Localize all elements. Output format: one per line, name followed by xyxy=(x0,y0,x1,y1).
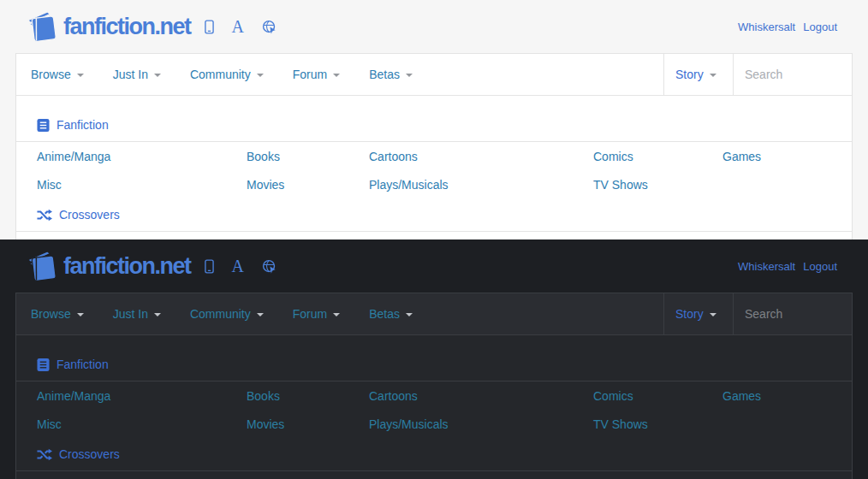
font-size-icon[interactable]: A xyxy=(232,18,244,35)
nav-item-browse[interactable]: Browse xyxy=(16,54,98,95)
category-comics[interactable]: Comics xyxy=(593,142,633,170)
category-row: Misc Movies Plays/Musicals TV Shows xyxy=(16,170,852,198)
chevron-down-icon xyxy=(333,313,340,316)
nav-item-forum[interactable]: Forum xyxy=(278,293,354,334)
chevron-down-icon xyxy=(406,74,413,77)
category-plays-musicals[interactable]: Plays/Musicals xyxy=(369,170,449,198)
search-type-dropdown[interactable]: Story xyxy=(663,293,734,334)
account-links: Whiskersalt Logout xyxy=(738,21,837,33)
menu-item-crossovers[interactable]: Crossovers xyxy=(16,198,852,232)
search-type-dropdown[interactable]: Story xyxy=(663,54,734,95)
category-tv-shows[interactable]: TV Shows xyxy=(593,410,648,438)
site-logo-text: fanfiction.net xyxy=(63,253,191,280)
category-books[interactable]: Books xyxy=(247,142,280,170)
chevron-down-icon xyxy=(257,74,264,77)
book-lines-icon xyxy=(37,118,50,133)
header-icon-group: A xyxy=(205,257,276,275)
category-movies[interactable]: Movies xyxy=(247,410,284,438)
category-games[interactable]: Games xyxy=(722,142,761,170)
search-input[interactable] xyxy=(734,306,841,322)
chevron-down-icon xyxy=(257,313,264,316)
nav-item-community[interactable]: Community xyxy=(175,293,278,334)
chevron-down-icon xyxy=(710,74,716,77)
username-link[interactable]: Whiskersalt xyxy=(738,21,795,33)
mobile-icon[interactable] xyxy=(205,20,214,34)
nav-panel: Browse Just In Community Forum Betas Sto… xyxy=(15,53,853,240)
search-box xyxy=(734,54,852,95)
browse-dropdown-menu: Fanfiction Anime/Manga Books Cartoons Co… xyxy=(16,113,852,232)
category-anime-manga[interactable]: Anime/Manga xyxy=(37,381,110,410)
category-row: Misc Movies Plays/Musicals TV Shows xyxy=(16,410,852,438)
category-misc[interactable]: Misc xyxy=(37,410,62,438)
category-misc[interactable]: Misc xyxy=(37,170,62,198)
mobile-icon[interactable] xyxy=(205,259,214,274)
chevron-down-icon xyxy=(77,74,84,77)
nav-item-betas[interactable]: Betas xyxy=(354,54,427,95)
category-row: Anime/Manga Books Cartoons Comics Games xyxy=(16,142,852,170)
nav-spacer xyxy=(427,293,663,334)
category-row: Anime/Manga Books Cartoons Comics Games xyxy=(16,381,852,410)
site-logo-text: fanfiction.net xyxy=(63,14,191,40)
nav-item-just-in[interactable]: Just In xyxy=(98,293,175,334)
shuffle-icon xyxy=(37,209,52,222)
menu-section-fanfiction[interactable]: Fanfiction xyxy=(16,352,852,376)
nav-bar: Browse Just In Community Forum Betas Sto… xyxy=(16,54,852,96)
site-logo[interactable]: fanfiction.net xyxy=(24,10,191,43)
category-comics[interactable]: Comics xyxy=(593,381,633,410)
nav-item-browse[interactable]: Browse xyxy=(16,293,98,334)
site-header: fanfiction.net A Whiskersalt Log xyxy=(0,0,868,53)
chevron-down-icon xyxy=(154,313,161,316)
theme-block-dark: fanfiction.net A Whiskersalt Log xyxy=(0,240,868,479)
search-input[interactable] xyxy=(734,67,841,82)
category-cartoons[interactable]: Cartoons xyxy=(369,381,418,410)
nav-spacer xyxy=(427,54,663,95)
search-box xyxy=(734,293,852,334)
globe-icon[interactable] xyxy=(262,20,276,34)
category-games[interactable]: Games xyxy=(722,381,761,410)
nav-bar: Browse Just In Community Forum Betas Sto… xyxy=(16,293,852,335)
menu-section-fanfiction[interactable]: Fanfiction xyxy=(16,113,852,137)
category-movies[interactable]: Movies xyxy=(247,170,284,198)
chevron-down-icon xyxy=(406,313,413,316)
browse-dropdown-menu: Fanfiction Anime/Manga Books Cartoons Co… xyxy=(16,352,852,471)
chevron-down-icon xyxy=(333,74,340,77)
logout-link[interactable]: Logout xyxy=(803,260,837,273)
book-logo-icon xyxy=(24,250,60,282)
nav-panel: Browse Just In Community Forum Betas Sto… xyxy=(15,293,853,479)
nav-item-community[interactable]: Community xyxy=(175,54,278,95)
logout-link[interactable]: Logout xyxy=(803,21,837,33)
nav-item-just-in[interactable]: Just In xyxy=(98,54,175,95)
menu-item-crossovers[interactable]: Crossovers xyxy=(16,438,852,471)
chevron-down-icon xyxy=(154,74,161,77)
category-tv-shows[interactable]: TV Shows xyxy=(593,170,648,198)
chevron-down-icon xyxy=(77,313,84,316)
site-header: fanfiction.net A Whiskersalt Log xyxy=(0,240,868,293)
chevron-down-icon xyxy=(710,313,716,316)
site-logo[interactable]: fanfiction.net xyxy=(24,250,191,282)
category-cartoons[interactable]: Cartoons xyxy=(369,142,418,170)
shuffle-icon xyxy=(37,448,52,461)
nav-item-betas[interactable]: Betas xyxy=(354,293,427,334)
theme-block-light: fanfiction.net A Whiskersalt Log xyxy=(0,0,868,240)
category-books[interactable]: Books xyxy=(247,381,280,410)
category-plays-musicals[interactable]: Plays/Musicals xyxy=(369,410,449,438)
username-link[interactable]: Whiskersalt xyxy=(738,260,795,273)
globe-icon[interactable] xyxy=(262,259,276,274)
nav-item-forum[interactable]: Forum xyxy=(278,54,354,95)
book-lines-icon xyxy=(37,358,50,372)
book-logo-icon xyxy=(24,10,60,43)
account-links: Whiskersalt Logout xyxy=(738,260,837,273)
header-icon-group: A xyxy=(205,18,276,35)
category-anime-manga[interactable]: Anime/Manga xyxy=(37,142,110,170)
font-size-icon[interactable]: A xyxy=(232,257,244,275)
